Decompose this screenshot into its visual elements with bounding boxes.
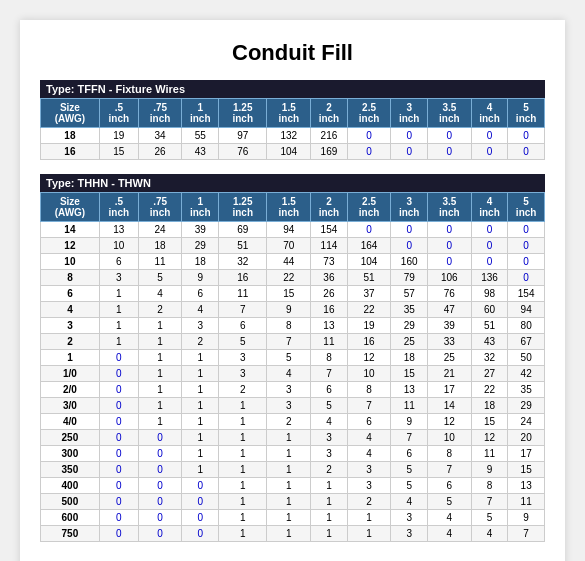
table-cell: 97 (219, 128, 267, 144)
table-cell: 0 (471, 238, 508, 254)
table-row: 500000111245711 (41, 494, 545, 510)
table-cell: 4 (471, 526, 508, 542)
table-cell: 1 (138, 398, 182, 414)
table-cell: 34 (138, 128, 182, 144)
table-cell: 10 (41, 254, 100, 270)
table-cell: 25 (391, 334, 428, 350)
table-cell: 0 (182, 494, 219, 510)
column-header: 5 inch (508, 99, 545, 128)
table-cell: 1 (219, 446, 267, 462)
table-cell: 6 (41, 286, 100, 302)
column-header: .75 inch (138, 99, 182, 128)
table-cell: 11 (471, 446, 508, 462)
table-cell: 1 (267, 494, 311, 510)
table-cell: 5 (311, 398, 348, 414)
table-cell: 0 (99, 430, 138, 446)
table-cell: 0 (99, 350, 138, 366)
table-cell: 0 (99, 366, 138, 382)
table-cell: 0 (138, 446, 182, 462)
table-cell: 16 (219, 270, 267, 286)
table-cell: 1/0 (41, 366, 100, 382)
table-cell: 4 (138, 286, 182, 302)
table-cell: 300 (41, 446, 100, 462)
table-cell: 164 (347, 238, 391, 254)
table-cell: 37 (347, 286, 391, 302)
table-cell: 500 (41, 494, 100, 510)
table-cell: 3 (267, 398, 311, 414)
table-cell: 39 (182, 222, 219, 238)
table-cell: 1 (182, 462, 219, 478)
column-header: 3.5 inch (428, 193, 472, 222)
table-cell: 0 (428, 238, 472, 254)
table-cell: 55 (182, 128, 219, 144)
table-cell: 13 (391, 382, 428, 398)
table-cell: 70 (267, 238, 311, 254)
table-cell: 2/0 (41, 382, 100, 398)
table-cell: 0 (99, 382, 138, 398)
table-cell: 5 (138, 270, 182, 286)
column-header: 1.25 inch (219, 193, 267, 222)
table-cell: 11 (508, 494, 545, 510)
column-header: Size (AWG) (41, 193, 100, 222)
table-cell: 16 (311, 302, 348, 318)
column-header: Size (AWG) (41, 99, 100, 128)
table-cell: 13 (311, 318, 348, 334)
table-cell: 0 (508, 270, 545, 286)
column-header: 3 inch (391, 99, 428, 128)
table-cell: 35 (391, 302, 428, 318)
table-cell: 0 (99, 446, 138, 462)
table-cell: 8 (267, 318, 311, 334)
table-cell: 1 (182, 382, 219, 398)
table-cell: 1 (182, 430, 219, 446)
table-cell: 600 (41, 510, 100, 526)
table-cell: 154 (311, 222, 348, 238)
table-row: 3/0011135711141829 (41, 398, 545, 414)
table-cell: 1 (347, 510, 391, 526)
table-cell: 104 (267, 144, 311, 160)
table-cell: 1 (138, 414, 182, 430)
table-cell: 3/0 (41, 398, 100, 414)
table-cell: 1 (267, 446, 311, 462)
table-cell: 169 (311, 144, 348, 160)
table-cell: 154 (508, 286, 545, 302)
table-cell: 3 (311, 446, 348, 462)
table-cell: 5 (219, 334, 267, 350)
table-cell: 8 (41, 270, 100, 286)
table-cell: 0 (471, 144, 508, 160)
table-cell: 10 (99, 238, 138, 254)
column-header: .75 inch (138, 193, 182, 222)
table-cell: 1 (267, 478, 311, 494)
table-cell: 21 (428, 366, 472, 382)
table-cell: 1 (138, 334, 182, 350)
table-cell: 0 (138, 478, 182, 494)
table-cell: 3 (267, 382, 311, 398)
table-cell: 29 (182, 238, 219, 254)
table-cell: 2 (182, 334, 219, 350)
table-cell: 18 (391, 350, 428, 366)
table-cell: 9 (182, 270, 219, 286)
table-cell: 35 (508, 382, 545, 398)
table-cell: 2 (41, 334, 100, 350)
table-row: 3000011134681117 (41, 446, 545, 462)
table-cell: 1 (138, 382, 182, 398)
table-cell: 1 (219, 494, 267, 510)
table-cell: 3 (41, 318, 100, 334)
table-cell: 1 (267, 430, 311, 446)
table-cell: 94 (267, 222, 311, 238)
table-cell: 2 (347, 494, 391, 510)
table-cell: 1 (311, 478, 348, 494)
table-cell: 1 (219, 510, 267, 526)
table-cell: 104 (347, 254, 391, 270)
section-thhn: Type: THHN - THWN Size (AWG).5 inch.75 i… (40, 174, 545, 542)
table-row: 311368131929395180 (41, 318, 545, 334)
table-cell: 57 (391, 286, 428, 302)
table-cell: 12 (347, 350, 391, 366)
table-row: 10113581218253250 (41, 350, 545, 366)
table-row: 835916223651791061360 (41, 270, 545, 286)
thhn-header-row: Size (AWG).5 inch.75 inch1 inch1.25 inch… (41, 193, 545, 222)
table-cell: 11 (311, 334, 348, 350)
table-cell: 0 (138, 526, 182, 542)
table-cell: 8 (347, 382, 391, 398)
table-cell: 0 (138, 510, 182, 526)
table-cell: 14 (41, 222, 100, 238)
